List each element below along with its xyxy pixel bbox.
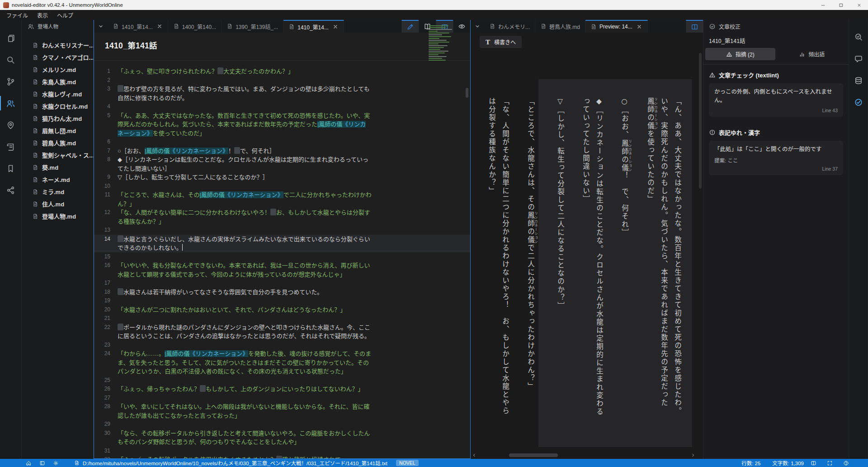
editor-line[interactable]: 19 xyxy=(94,296,470,305)
activity-files[interactable] xyxy=(0,27,22,49)
minimize-button[interactable] xyxy=(814,0,832,10)
editor-line[interactable]: 15 xyxy=(94,253,470,262)
editor-text-area[interactable]: 1「ふぇっ、壁に叩きつけられたわん？大丈夫だったのかわん？」2 3思わず壁の方を… xyxy=(94,61,470,458)
editor-line[interactable]: 18水龍さんは若干納得がいってなさそうな雰囲気で自分の手を見つめていた。 xyxy=(94,288,470,297)
tab-list-dropdown[interactable] xyxy=(471,20,484,33)
editor-line[interactable]: 30「なら、その転移ポータルから引き返したと考えて間違いないやろ。この龍脈をおか… xyxy=(94,429,470,447)
editor-line[interactable]: 9▽［しかし、転生って分裂して二人になることなのか？］ xyxy=(94,173,470,182)
editor-scrollbar[interactable] xyxy=(466,88,468,98)
editor-line[interactable]: 31 xyxy=(94,447,470,456)
close-tab-icon[interactable] xyxy=(332,24,339,30)
sidebar-file[interactable]: ミラ.md xyxy=(22,186,93,198)
preview-tab[interactable]: 碧鳥人族.md xyxy=(535,20,585,33)
scroll-left-icon[interactable] xyxy=(472,453,477,458)
activity-pin[interactable] xyxy=(0,114,22,136)
rightbar-database[interactable] xyxy=(849,70,868,91)
preview-tab[interactable]: わんメモリ... xyxy=(484,20,535,33)
settings-button[interactable] xyxy=(49,460,62,466)
activity-branch[interactable] xyxy=(0,71,22,92)
sidebar-file[interactable]: ネーメ.md xyxy=(22,173,93,186)
editor-line[interactable]: 27 xyxy=(94,394,470,403)
activity-bookmark[interactable] xyxy=(0,157,22,179)
rightbar-check-circle[interactable] xyxy=(849,91,868,113)
sidebar-file[interactable]: 碧鳥人族.md xyxy=(22,137,93,149)
editor-line[interactable]: 26「ふぇっ、帰っちゃったわん？もしかして、上のダンジョンにいったりはしてないわ… xyxy=(94,385,470,394)
sidebar-file[interactable]: 登場人物.md xyxy=(22,210,93,222)
sidebar-file[interactable]: メルリン.md xyxy=(22,63,93,76)
preview-vertical-scrollbar[interactable] xyxy=(699,53,702,189)
proof-tab-頻出語[interactable]: 頻出語 xyxy=(777,48,847,60)
editor-tab-active[interactable]: 1410_第14... xyxy=(283,20,344,33)
activity-search[interactable] xyxy=(0,49,22,71)
preview-horizontal-scrollbar[interactable] xyxy=(471,453,697,458)
editor-line[interactable]: 16「いやいや、我も分裂なんぞできないわ。本来であれば、我は一旦この世から消え、… xyxy=(94,261,470,279)
sidebar-file[interactable]: 聖剣シャベル・ス... xyxy=(22,149,93,161)
editor-tab[interactable]: 1390_第139話_... xyxy=(222,20,283,33)
sidebar-file[interactable]: 葵.md xyxy=(22,161,93,173)
editor-line[interactable]: 6 xyxy=(94,138,470,147)
preview-tab-active[interactable]: Preview: 14... xyxy=(585,20,648,33)
proof-tab-指摘 (2)[interactable]: 指摘 (2) xyxy=(705,48,775,60)
sidebar-file[interactable]: クマノ・ベアゴロ... xyxy=(22,51,93,63)
close-tab-icon[interactable] xyxy=(636,24,642,30)
editor-line[interactable]: 3思わず壁の方を見るが、特に変わった風ではい。まあ、ダンジョンの壁は多少崩れたと… xyxy=(94,85,470,102)
tab-list-dropdown[interactable] xyxy=(94,20,108,33)
editor-line[interactable]: 29 xyxy=(94,420,470,429)
menu-ヘルプ[interactable]: ヘルプ xyxy=(52,10,78,20)
editor-tab[interactable]: 1400_第140... xyxy=(168,20,222,33)
maximize-button[interactable] xyxy=(832,0,850,10)
activity-scroll[interactable] xyxy=(0,136,22,157)
editor-line[interactable]: 12「な、人間がそない簡単に二つに分かれるわけないやろ！お、もしかして水龍とやら… xyxy=(94,208,470,226)
sidebar-file[interactable]: 住人.md xyxy=(22,198,93,210)
fullscreen-button[interactable] xyxy=(823,460,836,466)
file-path[interactable]: D:/home/mituha/novels/UnmemoryWorldOnlin… xyxy=(83,459,387,467)
lint-line-ref[interactable]: Line 37 xyxy=(714,166,838,172)
editor-line[interactable]: 32「ふぇ／ その転移ポータルを使用出来なくするためとか？確か龍脈と接続されて xyxy=(94,455,470,458)
rightbar-search-check[interactable] xyxy=(849,26,868,48)
editor-line[interactable]: 25 xyxy=(94,376,470,385)
lint-card[interactable]: 「此処」は「ここ」と開くのが一般的です提案: ここLine 37 xyxy=(709,141,843,175)
editor-line[interactable]: 14水龍と言うぐらいだし、水龍さんの実体がスライムみたいな水で出来ているのなら分… xyxy=(94,235,470,253)
sidebar-file[interactable]: 眉無し団.md xyxy=(22,124,93,137)
editor-line[interactable]: 22ポータルから現れた謎のパンダさんにダンジョンの壁へと叩きつけられた水龍さん。… xyxy=(94,323,470,341)
editor-line[interactable]: 10 xyxy=(94,182,470,191)
menu-ファイル[interactable]: ファイル xyxy=(2,10,33,20)
scroll-right-icon[interactable] xyxy=(690,453,696,458)
menu-表示[interactable]: 表示 xyxy=(33,10,52,20)
editor-line[interactable]: 4 xyxy=(94,102,470,111)
editor-line[interactable]: 8◆［リンカネーションは転生のことだな。クロセルさんが水龍は定期的に生まれ変わる… xyxy=(94,155,470,173)
editor-line[interactable]: 17 xyxy=(94,279,470,288)
columns-action-button[interactable] xyxy=(686,20,703,33)
editor-line[interactable]: 1「ふぇっ、壁に叩きつけられたわん？大丈夫だったのかわん？」 xyxy=(94,67,470,76)
editor-line[interactable]: 21 xyxy=(94,314,470,323)
sidebar-file[interactable]: 猫乃わん太.md xyxy=(22,112,93,124)
lint-line-ref[interactable]: Line 43 xyxy=(714,108,838,113)
lint-card[interactable]: かっこの外側、内側ともにスペースを入れません。Line 43 xyxy=(709,83,843,117)
activity-people[interactable] xyxy=(0,92,22,114)
editor-line[interactable]: 13 xyxy=(94,226,470,235)
editor-line[interactable]: 20「水龍さんが二つに割れたかはおいといて、それで、パンダさんはどうなったわん？… xyxy=(94,305,470,315)
pen-action-button[interactable] xyxy=(401,20,419,33)
sidebar-file[interactable]: 水龍レヴィ.md xyxy=(22,88,93,100)
help-button[interactable] xyxy=(839,460,853,466)
minimap[interactable] xyxy=(429,25,458,65)
editor-line[interactable]: 23 xyxy=(94,341,470,350)
editor-tab[interactable]: 1410_第14... xyxy=(108,20,168,33)
editor-line[interactable]: 28「いや、幸いにしてそれはない。上への階段は我がいないと機能しないからな。それ… xyxy=(94,402,470,420)
sidebar-file[interactable]: 朱鳥人族.md xyxy=(22,76,93,88)
editor-line[interactable]: 24「わからん……。|鳳師の儀《リンカネーション》を発動した後、魂の抜ける感覚が… xyxy=(94,349,470,376)
activity-share[interactable] xyxy=(0,179,22,201)
close-button[interactable] xyxy=(850,0,868,10)
sidebar-file[interactable]: わんメモリスナー... xyxy=(22,39,93,51)
editor-line[interactable]: 7○［おお、|鳳師の儀《リンカネーション》！で、何それ］ xyxy=(94,147,470,156)
editor-line[interactable]: 11「ところで、水龍さんは、その|鳳師の儀《リンカネーション》で二人に分かれちゃ… xyxy=(94,191,470,208)
editor-line[interactable]: 5「ん、ああ、大丈夫ではなかったな。数百年と生きてきて初めて死の恐怖を感じたわ。… xyxy=(94,111,470,138)
layout-button[interactable] xyxy=(35,460,49,466)
scrollbar-thumb[interactable] xyxy=(509,453,558,457)
sidebar-file[interactable]: 氷龍クロセル.md xyxy=(22,100,93,112)
horizontal-writing-button[interactable]: T 横書きへ xyxy=(480,36,522,48)
close-tab-icon[interactable] xyxy=(156,23,163,29)
home-button[interactable] xyxy=(22,460,35,466)
rightbar-comment[interactable] xyxy=(849,48,868,70)
split-view-button[interactable] xyxy=(807,460,820,466)
